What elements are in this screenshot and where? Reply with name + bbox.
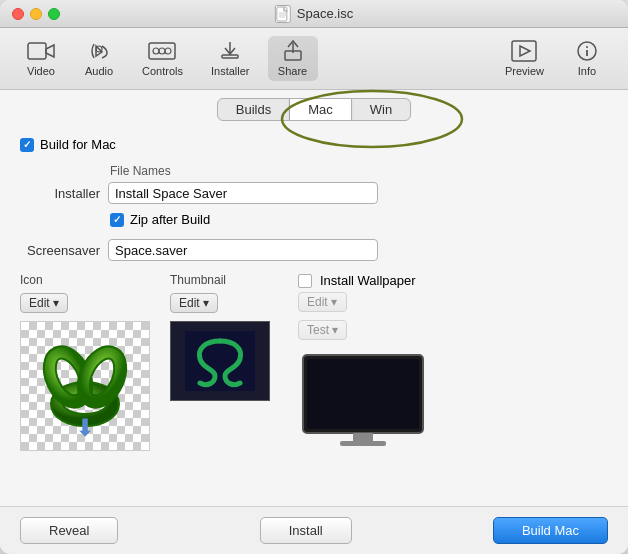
build-mac-button[interactable]: Build Mac — [493, 517, 608, 544]
info-icon — [573, 40, 601, 62]
screensaver-label: Screensaver — [20, 243, 100, 258]
thumbnail-logo — [185, 331, 255, 391]
checkbox-check-icon: ✓ — [23, 139, 31, 150]
monitor-icon — [298, 353, 428, 448]
wallpaper-test-button[interactable]: Test ▾ — [298, 320, 347, 340]
zip-label: Zip after Build — [130, 212, 210, 227]
zip-checkbox[interactable]: ✓ — [110, 213, 124, 227]
svg-rect-4 — [28, 43, 46, 59]
file-icon — [275, 5, 291, 23]
audio-icon — [85, 40, 113, 62]
segment-control: Builds Mac Win — [217, 98, 411, 121]
wallpaper-group: Install Wallpaper Edit ▾ Test ▾ — [298, 273, 428, 448]
minimize-button[interactable] — [30, 8, 42, 20]
wallpaper-edit-button[interactable]: Edit ▾ — [298, 292, 347, 312]
controls-label: Controls — [142, 65, 183, 77]
svg-point-26 — [77, 346, 128, 407]
segment-bar: Builds Mac Win — [0, 90, 628, 125]
arrow-down-icon: ⬇ — [75, 414, 95, 442]
screensaver-row: Screensaver — [20, 239, 608, 261]
icon-edit-button[interactable]: Edit ▾ — [20, 293, 68, 313]
install-wallpaper-row: Install Wallpaper — [298, 273, 416, 288]
installer-row: Installer — [20, 182, 608, 204]
toolbar-item-installer[interactable]: Installer — [201, 36, 260, 81]
maximize-button[interactable] — [48, 8, 60, 20]
zip-check-icon: ✓ — [113, 214, 121, 225]
monitor-illustration — [298, 348, 428, 448]
preview-label: Preview — [505, 65, 544, 77]
tab-builds[interactable]: Builds — [218, 99, 289, 120]
video-icon — [27, 40, 55, 62]
toolbar: Video Audio Cont — [0, 28, 628, 90]
svg-rect-31 — [340, 441, 386, 446]
controls-icon — [148, 40, 176, 62]
toolbar-item-audio[interactable]: Audio — [74, 36, 124, 81]
audio-label: Audio — [85, 65, 113, 77]
svg-rect-29 — [307, 359, 419, 429]
icon-canvas: ⬇ — [20, 321, 150, 451]
svg-point-10 — [165, 48, 171, 54]
zip-row: ✓ Zip after Build — [110, 212, 608, 227]
video-label: Video — [27, 65, 55, 77]
toolbar-item-share[interactable]: Share — [268, 36, 318, 81]
screensaver-input[interactable] — [108, 239, 378, 261]
traffic-lights — [12, 8, 60, 20]
toolbar-item-video[interactable]: Video — [16, 36, 66, 81]
svg-rect-30 — [353, 433, 373, 441]
svg-rect-11 — [222, 55, 238, 58]
preview-icon — [510, 40, 538, 62]
close-button[interactable] — [12, 8, 24, 20]
thumbnail-edit-button[interactable]: Edit ▾ — [170, 293, 218, 313]
main-window: Space.isc Video Audio — [0, 0, 628, 554]
svg-rect-15 — [512, 41, 536, 61]
svg-marker-5 — [46, 45, 54, 57]
share-label: Share — [278, 65, 307, 77]
segment-wrapper: Builds Mac Win — [217, 98, 411, 121]
svg-marker-16 — [520, 46, 530, 56]
share-icon — [279, 40, 307, 62]
wallpaper-label: Install Wallpaper — [320, 273, 416, 288]
installer-label: Installer — [211, 65, 250, 77]
icon-group-label: Icon — [20, 273, 43, 287]
build-for-mac-checkbox[interactable]: ✓ — [20, 138, 34, 152]
titlebar: Space.isc — [0, 0, 628, 28]
installer-icon — [216, 40, 244, 62]
install-button[interactable]: Install — [260, 517, 352, 544]
installer-label: Installer — [20, 186, 100, 201]
window-title: Space.isc — [297, 6, 353, 21]
svg-point-9 — [159, 48, 165, 54]
svg-point-19 — [586, 46, 588, 48]
file-names-label: File Names — [110, 164, 608, 178]
tab-mac[interactable]: Mac — [290, 99, 351, 120]
thumbnail-group: Thumbnail Edit ▾ — [170, 273, 270, 401]
installer-input[interactable] — [108, 182, 378, 204]
tab-win[interactable]: Win — [352, 99, 410, 120]
icon-group: Icon Edit ▾ — [20, 273, 150, 451]
reveal-button[interactable]: Reveal — [20, 517, 118, 544]
thumbnail-group-label: Thumbnail — [170, 273, 226, 287]
toolbar-item-info[interactable]: Info — [562, 36, 612, 81]
thumbnail-canvas — [170, 321, 270, 401]
svg-point-8 — [153, 48, 159, 54]
content-area: ✓ Build for Mac File Names Installer ✓ Z… — [0, 125, 628, 506]
titlebar-title: Space.isc — [275, 5, 353, 23]
bottom-bar: Reveal Install Build Mac — [0, 506, 628, 554]
toolbar-item-preview[interactable]: Preview — [495, 36, 554, 81]
build-for-mac-label: Build for Mac — [40, 137, 116, 152]
toolbar-item-controls[interactable]: Controls — [132, 36, 193, 81]
icons-section: Icon Edit ▾ — [20, 273, 608, 451]
wallpaper-checkbox[interactable] — [298, 274, 312, 288]
build-for-mac-row: ✓ Build for Mac — [20, 137, 608, 152]
wallpaper-btn-group: Edit ▾ Test ▾ — [298, 292, 347, 344]
info-label: Info — [578, 65, 596, 77]
